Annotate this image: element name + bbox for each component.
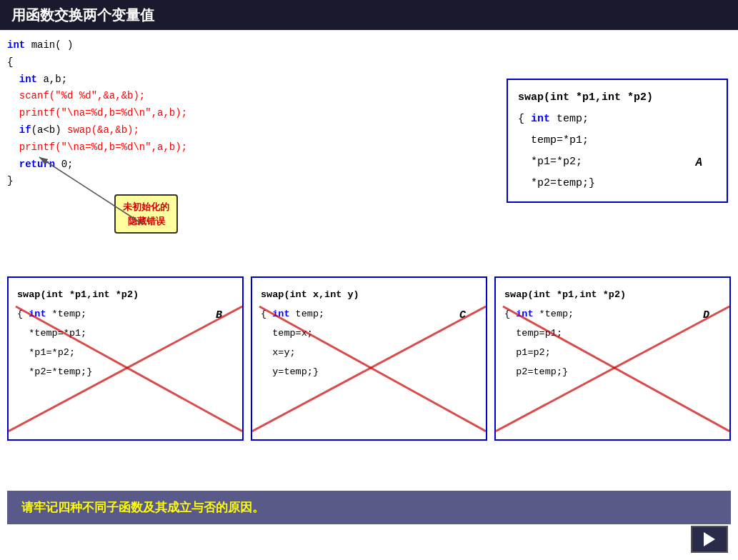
bottom-boxes: swap(int *p1,int *p2) { int *temp; *temp… [7,276,731,441]
wrong-d-line4: p2=temp;} [504,362,721,381]
wrong-c-title: swap(int x,int y) [261,285,477,304]
label-c: C [459,305,466,326]
code-line-5: printf("\na=%d,b=%d\n",a,b); [7,105,187,122]
correct-swap-line3: *p1=*p2; A [518,151,717,173]
wrong-d-title: swap(int *p1,int *p2) [504,285,721,304]
correct-swap-line1: { int temp; [518,109,717,130]
wrong-c-line2: temp=x; [261,324,477,343]
main-content: int main( ) { int a,b; scanf("%d %d",&a,… [0,30,738,560]
wrong-c-line4: y=temp;} [261,362,477,381]
play-icon [704,532,715,546]
wrong-d-line1: { int *temp; [504,304,721,324]
label-a: A [695,151,702,174]
memo-text: 请牢记四种不同子函数及其成立与否的原因。 [21,501,264,514]
page-title: 用函数交换两个变量值 [11,6,154,25]
wrong-b-title: swap(int *p1,int *p2) [17,285,234,304]
wrong-c-line3: x=y; C [261,343,477,362]
code-line-7: printf("\na=%d,b=%d\n",a,b); [7,139,187,156]
label-d: D [703,305,709,326]
wrong-box-d: swap(int *p1,int *p2) { int *temp; temp=… [494,276,731,441]
correct-swap-box: swap(int *p1,int *p2) { int temp; temp=*… [507,79,728,203]
wrong-b-line3: *p1=*p2; B [17,343,234,362]
correct-swap-line2: temp=*p1; [518,130,717,151]
comment-line1: 未初始化的 [123,201,169,212]
correct-swap-line4: *p2=temp;} [518,173,717,194]
wrong-d-line3: p1=p2; D [504,343,721,362]
code-line-9: } [7,173,187,190]
main-code-block: int main( ) { int a,b; scanf("%d %d",&a,… [7,37,187,190]
wrong-b-line4: *p2=*temp;} [17,362,234,381]
label-b: B [216,305,222,326]
wrong-d-line2: temp=p1; [504,324,721,343]
play-button[interactable] [691,526,728,553]
code-line-8: return 0; [7,156,187,174]
comment-box: 未初始化的 隐藏错误 [114,194,178,234]
correct-swap-title: swap(int *p1,int *p2) [518,87,717,109]
wrong-b-line1: { int *temp; [17,304,234,324]
comment-line2: 隐藏错误 [128,216,165,226]
wrong-b-line2: *temp=*p1; [17,324,234,343]
code-line-3: int a,b; [7,71,187,89]
wrong-box-b: swap(int *p1,int *p2) { int *temp; *temp… [7,276,244,441]
title-bar: 用函数交换两个变量值 [0,0,738,30]
memo-bar: 请牢记四种不同子函数及其成立与否的原因。 [7,491,731,524]
code-line-4: scanf("%d %d",&a,&b); [7,88,187,105]
wrong-box-c: swap(int x,int y) { int temp; temp=x; x=… [251,276,487,441]
code-line-6: if(a<b) swap(&a,&b); [7,122,187,139]
wrong-c-line1: { int temp; [261,304,477,324]
code-line-2: { [7,54,187,71]
code-line-1: int main( ) [7,37,187,54]
